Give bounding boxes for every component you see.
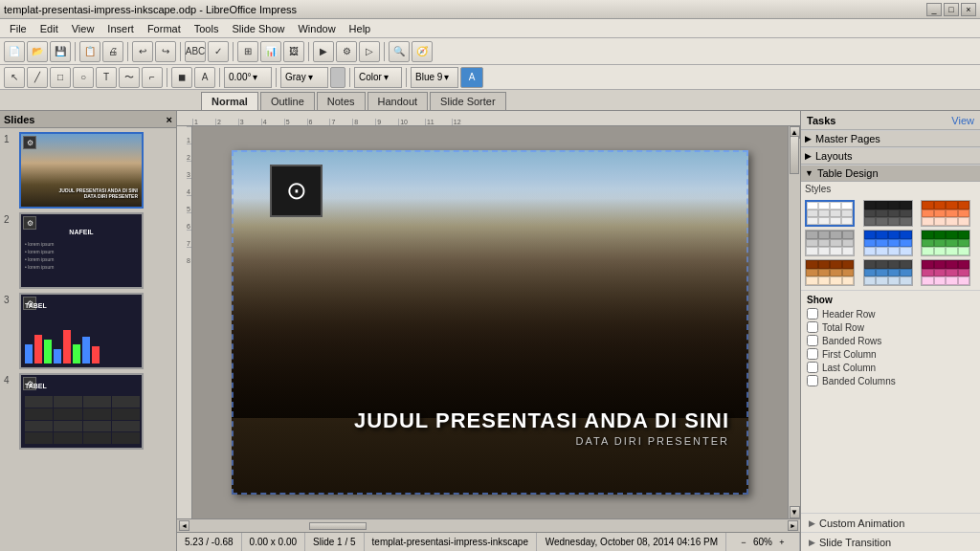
font-effects-button[interactable]: A bbox=[194, 67, 215, 88]
view-label[interactable]: View bbox=[951, 115, 974, 126]
canvas-title-block: JUDUL PRESENTASI ANDA DI SINI DATA DIRI … bbox=[354, 408, 729, 447]
header-row-checkbox[interactable] bbox=[807, 308, 818, 320]
menu-edit[interactable]: Edit bbox=[34, 21, 64, 36]
undo-button[interactable]: ↩ bbox=[132, 41, 153, 62]
minimize-button[interactable]: _ bbox=[926, 3, 942, 16]
custom-animation-link[interactable]: ▶ Custom Animation bbox=[801, 513, 980, 532]
scroll-thumb-v[interactable] bbox=[790, 136, 799, 174]
menu-insert[interactable]: Insert bbox=[101, 21, 140, 36]
zoom-button[interactable]: 🔍 bbox=[389, 41, 410, 62]
first-column-checkbox[interactable] bbox=[807, 348, 818, 360]
style-mode-dropdown[interactable]: Color ▾ bbox=[354, 67, 402, 88]
slide3-chart bbox=[25, 330, 100, 364]
right-panel: Tasks View ▶ Master Pages ▶ Layouts ▼ Ta… bbox=[800, 111, 980, 551]
rotation-value: 0.00° bbox=[229, 72, 251, 82]
tab-handout[interactable]: Handout bbox=[368, 92, 429, 110]
color-swatch[interactable] bbox=[330, 67, 345, 88]
slide-icon-2 bbox=[23, 216, 36, 230]
tab-outline[interactable]: Outline bbox=[260, 92, 315, 110]
spellcheck-button[interactable]: ABC bbox=[185, 41, 206, 62]
vertical-scrollbar[interactable]: ▲ ▼ bbox=[788, 126, 800, 518]
horizontal-scrollbar[interactable]: ◄ ► bbox=[177, 518, 800, 532]
slide-start-button[interactable]: ▶ bbox=[313, 41, 334, 62]
slide-transition-link[interactable]: ▶ Slide Transition bbox=[801, 532, 980, 551]
menu-file[interactable]: File bbox=[4, 21, 33, 36]
style-cell-1[interactable] bbox=[863, 200, 913, 227]
slide-preview-4[interactable]: TABEL bbox=[19, 373, 144, 450]
style-cell-8[interactable] bbox=[921, 259, 970, 286]
slide-preview-3[interactable]: TABEL bbox=[19, 293, 144, 369]
zoom-out-button[interactable]: − bbox=[734, 533, 753, 552]
style-cell-2[interactable] bbox=[921, 200, 970, 227]
open-button[interactable]: 📂 bbox=[27, 41, 48, 62]
color-mode-dropdown[interactable]: Gray ▾ bbox=[280, 67, 328, 88]
navigator-button[interactable]: 🧭 bbox=[412, 41, 433, 62]
slide-settings-button[interactable]: ⚙ bbox=[336, 41, 357, 62]
menu-window[interactable]: Window bbox=[292, 21, 341, 36]
banded-rows-checkbox[interactable] bbox=[807, 335, 818, 346]
slide-canvas[interactable]: ⊙ JUDUL PRESENTASI ANDA DI SINI DATA DIR… bbox=[232, 150, 748, 495]
slide-panel-close[interactable]: × bbox=[167, 114, 172, 125]
slide-transition-arrow: ▶ bbox=[809, 538, 815, 547]
slide-preview-2[interactable]: NAFEIL • lorem ipsum • lorem ipsum • lor… bbox=[19, 212, 144, 289]
curve-tool[interactable]: 〜 bbox=[119, 67, 140, 88]
last-column-checkbox[interactable] bbox=[807, 362, 818, 373]
slide-thumb-4[interactable]: 4 TABEL bbox=[4, 373, 172, 450]
spellcheck2-button[interactable]: ✓ bbox=[208, 41, 229, 62]
style-cell-0[interactable] bbox=[805, 200, 855, 227]
connector-tool[interactable]: ⌐ bbox=[142, 67, 163, 88]
slide-thumb-3[interactable]: 3 TABEL bbox=[4, 293, 172, 369]
insert-image-button[interactable]: 🖼 bbox=[283, 41, 304, 62]
scroll-left-button[interactable]: ◄ bbox=[179, 520, 189, 531]
tab-slide-sorter[interactable]: Slide Sorter bbox=[430, 92, 505, 110]
rotation-dropdown[interactable]: 0.00° ▾ bbox=[224, 67, 272, 88]
slide-thumb-1[interactable]: 1 JUDUL PRESENTASI ANDA DI SINIDATA DIRI… bbox=[4, 132, 172, 209]
slide-preview-1[interactable]: JUDUL PRESENTASI ANDA DI SINIDATA DIRI P… bbox=[19, 132, 144, 209]
maximize-button[interactable]: □ bbox=[944, 3, 959, 16]
show-header-row: Header Row bbox=[807, 308, 974, 320]
scroll-right-button[interactable]: ► bbox=[788, 520, 798, 531]
master-pages-header[interactable]: ▶ Master Pages bbox=[801, 130, 980, 147]
menu-help[interactable]: Help bbox=[344, 21, 377, 36]
ellipse-tool[interactable]: ○ bbox=[73, 67, 94, 88]
tab-notes[interactable]: Notes bbox=[317, 92, 366, 110]
menu-view[interactable]: View bbox=[66, 21, 100, 36]
save-button[interactable]: 💾 bbox=[50, 41, 71, 62]
menu-tools[interactable]: Tools bbox=[189, 21, 225, 36]
slide-show-button[interactable]: ▷ bbox=[359, 41, 380, 62]
banded-columns-checkbox[interactable] bbox=[807, 375, 818, 386]
blue-style-dropdown[interactable]: Blue 9 ▾ bbox=[411, 67, 458, 88]
text-tool[interactable]: T bbox=[96, 67, 117, 88]
zoom-in-button[interactable]: + bbox=[772, 533, 791, 552]
print-button[interactable]: 🖨 bbox=[102, 41, 123, 62]
layouts-header[interactable]: ▶ Layouts bbox=[801, 147, 980, 165]
scroll-down-button[interactable]: ▼ bbox=[790, 506, 800, 518]
total-row-checkbox[interactable] bbox=[807, 321, 818, 333]
menu-slideshow[interactable]: Slide Show bbox=[226, 21, 290, 36]
style-cell-7[interactable] bbox=[863, 259, 913, 286]
show-last-column: Last Column bbox=[807, 362, 974, 373]
insert-chart-button[interactable]: 📊 bbox=[260, 41, 281, 62]
style-cell-3[interactable] bbox=[805, 230, 855, 256]
filename-status: templat-presentasi-impress-inkscape bbox=[365, 533, 537, 551]
select-tool[interactable]: ↖ bbox=[4, 67, 25, 88]
style-cell-4[interactable] bbox=[863, 230, 913, 256]
scroll-thumb-h[interactable] bbox=[309, 522, 367, 530]
table-design-label: Table Design bbox=[817, 167, 879, 179]
insert-table-button[interactable]: ⊞ bbox=[237, 41, 258, 62]
table-design-header[interactable]: ▼ Table Design bbox=[801, 165, 980, 182]
export-pdf-button[interactable]: 📋 bbox=[79, 41, 100, 62]
redo-button[interactable]: ↪ bbox=[155, 41, 176, 62]
new-button[interactable]: 📄 bbox=[4, 41, 25, 62]
rect-tool[interactable]: □ bbox=[50, 67, 71, 88]
close-button[interactable]: × bbox=[961, 3, 976, 16]
tab-normal[interactable]: Normal bbox=[201, 92, 258, 110]
shadow-button[interactable]: ◼ bbox=[171, 67, 192, 88]
style-cell-6[interactable] bbox=[805, 259, 855, 286]
line-tool[interactable]: ╱ bbox=[27, 67, 48, 88]
apply-style-button[interactable]: A bbox=[460, 67, 483, 88]
style-cell-5[interactable] bbox=[921, 230, 970, 256]
menu-format[interactable]: Format bbox=[142, 21, 187, 36]
slide1-text: JUDUL PRESENTASI ANDA DI SINIDATA DIRI P… bbox=[58, 187, 138, 199]
slide-thumb-2[interactable]: 2 NAFEIL • lorem ipsum • lorem ipsum • l… bbox=[4, 212, 172, 289]
